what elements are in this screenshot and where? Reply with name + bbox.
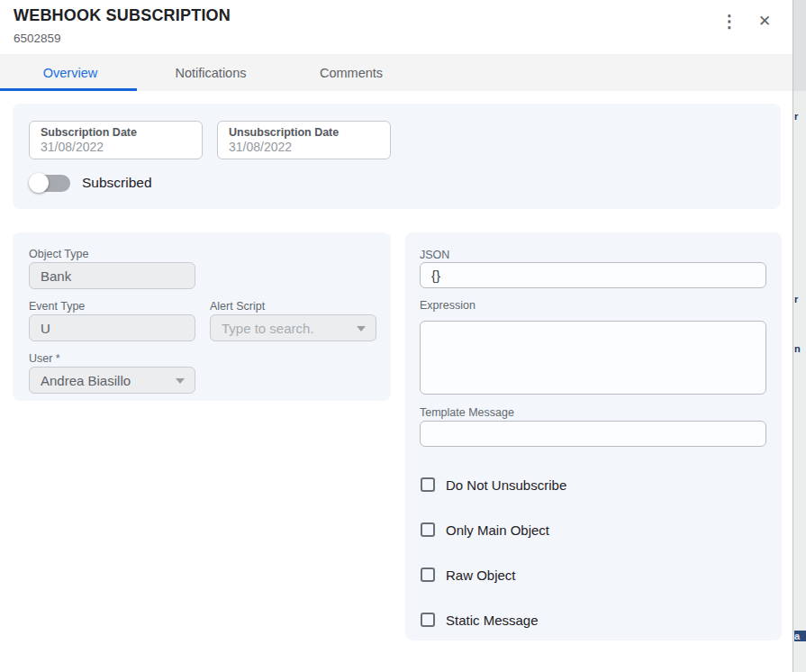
checkbox-icon	[421, 522, 435, 537]
background-page-edge: r r n a	[792, 0, 806, 672]
modal-title: WEBHOOK SUBSCRIPTION	[14, 6, 231, 25]
kebab-menu-icon[interactable]: ⋮	[718, 9, 741, 32]
object-type-label: Object Type	[29, 248, 88, 260]
user-select[interactable]: Andrea Biasillo	[29, 367, 195, 394]
checkbox-icon	[421, 568, 435, 582]
object-type-field: Bank	[29, 262, 195, 289]
event-type-field: U	[29, 314, 195, 341]
subscription-date-field[interactable]: Subscription Date 31/08/2022	[29, 121, 203, 159]
checkbox-icon	[421, 477, 435, 492]
template-message-input[interactable]	[420, 421, 766, 447]
truncated-text-fragment: n	[794, 343, 806, 354]
message-card: JSON Expression Template Message Do Not …	[405, 232, 782, 640]
user-label: User *	[29, 352, 60, 365]
background-page-edge-shade	[793, 0, 806, 91]
truncated-text-fragment: a	[794, 631, 806, 641]
subscribed-toggle-label: Subscribed	[82, 175, 152, 191]
checkbox-raw-object[interactable]: Raw Object	[421, 566, 516, 584]
template-message-label: Template Message	[420, 406, 514, 419]
subscription-date-label: Subscription Date	[41, 126, 191, 140]
chevron-down-icon	[357, 326, 366, 331]
details-card: Object Type Bank Event Type U Alert Scri…	[13, 232, 391, 401]
chevron-down-icon	[176, 378, 185, 384]
checkbox-label: Only Main Object	[446, 522, 549, 538]
unsubscription-date-value: 31/08/2022	[229, 140, 379, 155]
close-icon[interactable]: ✕	[753, 9, 776, 32]
tab-bar: Overview Notifications Comments	[0, 54, 792, 91]
subscribed-toggle[interactable]	[29, 172, 70, 194]
toggle-knob-icon	[29, 173, 49, 193]
tab-overview[interactable]: Overview	[0, 54, 140, 91]
alert-script-label: Alert Script	[210, 300, 265, 313]
json-label: JSON	[420, 249, 449, 261]
truncated-text-fragment: r	[794, 111, 806, 122]
checkbox-label: Do Not Unsubscribe	[446, 477, 566, 493]
checkbox-do-not-unsubscribe[interactable]: Do Not Unsubscribe	[421, 476, 566, 494]
truncated-text-fragment: r	[794, 294, 806, 304]
tab-notifications[interactable]: Notifications	[140, 54, 281, 91]
alert-script-select[interactable]: Type to search.	[210, 314, 376, 341]
checkbox-label: Raw Object	[446, 568, 516, 583]
modal-record-id: 6502859	[14, 32, 61, 45]
checkbox-icon	[421, 613, 435, 627]
expression-textarea[interactable]	[420, 321, 766, 395]
tab-comments[interactable]: Comments	[281, 54, 421, 91]
unsubscription-date-label: Unsubscription Date	[229, 126, 379, 140]
json-input[interactable]	[420, 262, 766, 288]
unsubscription-date-field[interactable]: Unsubscription Date 31/08/2022	[217, 121, 391, 159]
event-type-label: Event Type	[29, 300, 85, 313]
checkbox-static-message[interactable]: Static Message	[421, 611, 539, 629]
checkbox-only-main-object[interactable]: Only Main Object	[421, 521, 549, 539]
subscription-date-value: 31/08/2022	[41, 140, 191, 155]
checkbox-label: Static Message	[446, 613, 539, 628]
webhook-subscription-modal: WEBHOOK SUBSCRIPTION 6502859 ⋮ ✕ Overvie…	[0, 0, 792, 672]
subscription-card: Subscription Date 31/08/2022 Unsubscript…	[13, 104, 781, 209]
expression-label: Expression	[420, 299, 475, 312]
